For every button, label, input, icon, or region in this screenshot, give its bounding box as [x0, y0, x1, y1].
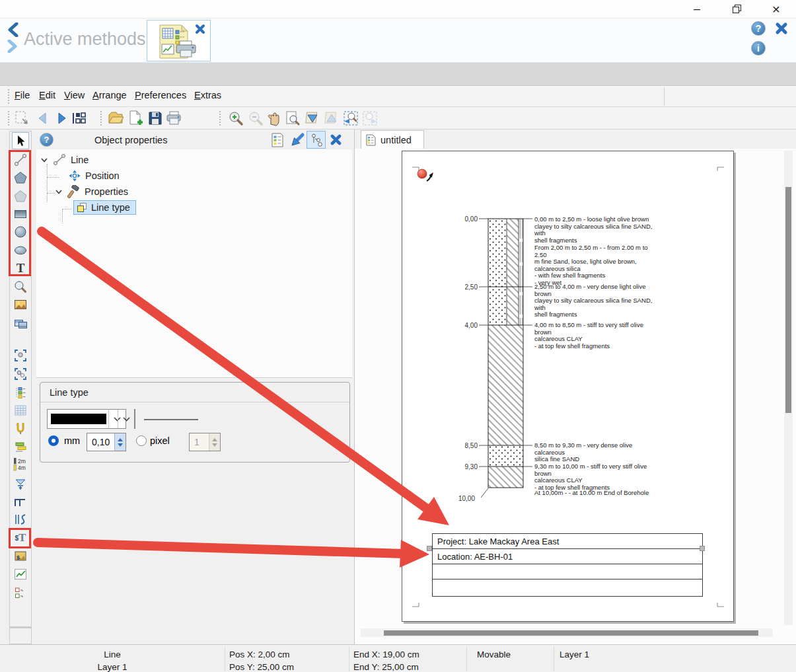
minimize-button[interactable]: – [682, 0, 712, 18]
select-multiple-tool[interactable] [12, 365, 29, 383]
table-row[interactable]: Location: AE-BH-01 [433, 549, 702, 564]
info-icon[interactable]: i [751, 41, 766, 56]
table-row[interactable]: Project: Lake Mackay Area East [433, 534, 702, 549]
select-multi-icon [13, 367, 28, 381]
tree-line-type-selected[interactable]: Line type [73, 200, 136, 215]
menu-extras[interactable]: Extras [194, 90, 221, 100]
toolbar-grip[interactable] [8, 111, 10, 126]
panel-close-icon[interactable] [775, 22, 788, 35]
forward-chevron-icon[interactable] [7, 40, 18, 53]
new-view-button[interactable] [13, 110, 30, 127]
groundwater-tool[interactable] [12, 475, 29, 492]
open-file-button[interactable] [107, 110, 124, 127]
toolbar-grip[interactable] [100, 111, 102, 126]
print-button[interactable] [165, 110, 182, 127]
mm-width-spinner[interactable]: 0,10 [87, 433, 126, 451]
spin-up-icon[interactable] [118, 438, 123, 441]
properties-close-button[interactable] [330, 133, 342, 149]
clamp-tool[interactable] [12, 420, 29, 437]
toolbar-grip[interactable] [219, 111, 221, 126]
title-bar: – × [0, 0, 796, 18]
select-object-tool[interactable] [12, 347, 29, 364]
project-cell: Project: Lake Mackay Area East [437, 537, 559, 546]
project-info-table[interactable]: Project: Lake Mackay Area East Location:… [432, 533, 703, 597]
method-close-icon[interactable] [195, 24, 205, 34]
chevron-down-icon[interactable] [40, 156, 48, 164]
spinner-arrows [209, 433, 220, 451]
save-button[interactable] [147, 110, 164, 127]
borehole-marker-icon[interactable] [417, 169, 427, 178]
mm-radio-label[interactable]: mm [64, 435, 80, 446]
table-row[interactable] [433, 564, 702, 579]
new-document-button[interactable] [127, 110, 144, 127]
zoom-region-next-button[interactable] [361, 110, 379, 127]
drawing-page[interactable]: 0,00 2,50 4,00 8,50 9,30 10,00 0,00 m to… [402, 151, 734, 622]
statusbar-divider [466, 646, 467, 671]
step-profile-tool[interactable] [12, 493, 29, 510]
spin-down-icon[interactable] [118, 443, 123, 447]
help-icon[interactable]: ? [751, 21, 766, 36]
grid-tool[interactable] [12, 402, 29, 419]
tree-item-position[interactable]: Position [68, 168, 120, 184]
pixel-radio[interactable] [136, 435, 147, 446]
tile-windows-button[interactable] [70, 110, 87, 127]
object-list-tool[interactable] [12, 384, 29, 401]
selection-handle[interactable] [700, 546, 705, 551]
table-row[interactable] [433, 579, 702, 595]
pixel-radio-label[interactable]: pixel [150, 435, 170, 446]
show-nodes-button[interactable] [307, 131, 326, 149]
chart-tool[interactable] [12, 566, 29, 583]
properties-list-button[interactable] [270, 132, 285, 148]
active-method-item[interactable] [147, 20, 211, 61]
spinner-arrows[interactable] [114, 433, 126, 451]
multi-image-tool[interactable] [12, 315, 29, 332]
bar-list-tool[interactable] [12, 438, 29, 455]
zoom-out-button[interactable] [247, 110, 264, 127]
zoom-page-button[interactable] [284, 110, 301, 127]
chevron-down-icon[interactable] [55, 188, 63, 196]
tree-item-line[interactable]: Line [40, 152, 89, 168]
properties-help-icon[interactable]: ? [40, 133, 54, 147]
close-button[interactable]: × [761, 0, 791, 18]
mm-width-value[interactable]: 0,10 [92, 437, 110, 447]
page-down-button[interactable] [304, 110, 321, 127]
status-end-cell: End X: 19,00 cm End Y: 25,00 cm [353, 648, 419, 672]
line-style-dropdown[interactable] [134, 409, 135, 429]
back-button[interactable] [34, 110, 52, 127]
tab-untitled[interactable]: untitled [361, 130, 424, 149]
tree-item-line-type[interactable]: Line type [73, 200, 136, 215]
image-tool[interactable] [12, 296, 29, 313]
pick-object-button[interactable] [289, 132, 305, 148]
legend-tool[interactable] [12, 584, 29, 601]
line-color-dropdown[interactable] [47, 409, 126, 429]
dollar-image-tool[interactable]: $ [12, 548, 29, 565]
page-up-button[interactable] [323, 110, 340, 127]
menu-view[interactable]: View [64, 90, 85, 100]
menubar-grip[interactable] [8, 89, 10, 104]
select-tool[interactable] [12, 132, 29, 149]
vertical-scrollbar[interactable] [784, 151, 793, 625]
depth-label: 10,00 [439, 495, 475, 502]
menu-edit[interactable]: Edit [39, 90, 55, 100]
drawing-viewport[interactable]: 0,00 2,50 4,00 8,50 9,30 10,00 0,00 m to… [355, 149, 796, 644]
pan-hand-button[interactable] [266, 110, 283, 127]
back-chevron-icon[interactable] [7, 22, 20, 37]
tree-item-properties[interactable]: Properties [55, 184, 128, 200]
selection-handle[interactable] [427, 546, 432, 551]
zoom-region-prev-button[interactable] [342, 110, 359, 127]
menu-file[interactable]: File [15, 90, 30, 100]
depth-scale-tool[interactable]: 2m4m [12, 456, 29, 473]
horizontal-scrollbar[interactable] [361, 628, 773, 637]
menu-preferences[interactable]: Preferences [135, 90, 186, 100]
zoom-tool[interactable] [12, 278, 29, 295]
horizontal-scrollbar-thumb[interactable] [384, 630, 758, 636]
vertical-scrollbar-thumb[interactable] [785, 187, 791, 413]
curve-tool[interactable] [12, 511, 29, 528]
restore-button[interactable] [721, 0, 752, 18]
menu-arrange[interactable]: Arrange [92, 90, 127, 100]
mm-radio[interactable] [48, 435, 59, 446]
borehole-column[interactable] [488, 219, 523, 488]
zoom-in-button[interactable] [227, 110, 244, 127]
dollar-image-icon: $ [13, 549, 28, 564]
forward-button[interactable] [53, 110, 70, 127]
